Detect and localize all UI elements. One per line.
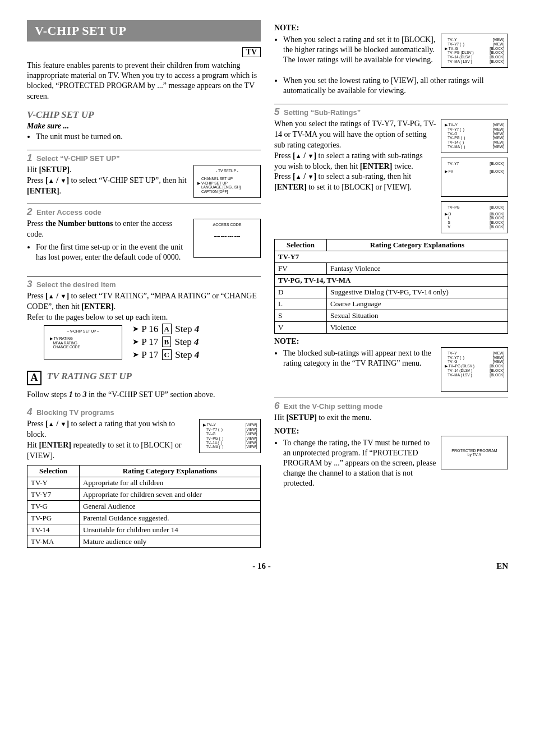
arrow-right-icon [132,336,139,347]
arrow-right-icon [132,349,139,360]
section-a-label: A [27,371,41,385]
note1-bullet1: When you select a rating and set it to [… [283,35,436,66]
footer-lang: EN [496,561,508,571]
step1-osd: - TV SETUP - CHANNEL SET UP ▶V-CHIP SET … [193,165,261,198]
step1-body: Hit [SETUP]. Press [ / ] to select “V-CH… [27,165,189,197]
step2-body: Press the Number buttons to enter the ac… [27,219,189,270]
step5-num: 5 [274,107,279,117]
note-heading: NOTE: [274,24,508,33]
note1-osd: TV–Y[VIEW] TV–Y7 ( )[VIEW] ▶ TV–G[BLOCK]… [441,34,508,68]
note2-heading: NOTE: [274,337,508,346]
down-arrow-icon [308,151,314,160]
step4-num: 4 [27,407,32,417]
step4-body: Press [ / ] to select a rating that you … [27,419,195,462]
step5-osd3: TV–PG[BLOCK] ▶ D[BLOCK] L[BLOCK] S[BLOCK… [441,201,508,233]
step5-osd1: ▶ TV–Y[VIEW] TV–Y7 ( )[VIEW] TV–G[VIEW] … [441,119,508,153]
tv-badge: TV [242,47,261,57]
arrow-right-icon [132,324,139,334]
note2-osd: TV–Y[VIEW] TV–Y7 ( )[VIEW] TV–G[VIEW] ▶ … [441,347,508,392]
step4-title: Blocking TV programs [36,408,114,417]
section-a-title: TV RATING SET UP [47,371,132,381]
note2-bullet: The blocked sub-ratings will appear next… [283,348,436,368]
step3-refs: P 16 A Step 4 P 17 B Step 4 P 17 C Step … [132,323,199,362]
step5-body: When you select the ratings of TV-Y7, TV… [274,119,436,193]
step6-note-heading: NOTE: [274,427,508,436]
step5-osd2: TV–Y7[BLOCK] ▶ FV[BLOCK] [441,158,508,197]
make-sure-heading: Make sure ... [27,122,261,131]
step6-line1: Hit [SETUP] to exit the menu. [274,413,508,423]
rating-table-1: SelectionRating Category Explanations TV… [27,465,261,548]
up-arrow-icon [48,420,54,428]
step3-num: 3 [27,279,32,289]
step6-title: Exit the V-Chip setting mode [284,402,382,411]
step4-osd: ▶ TV–Y[VIEW] TV–Y7 ( )[VIEW] TV–G[VIEW] … [199,419,261,453]
page-number: - 16 - [252,561,271,571]
down-arrow-icon [308,172,314,181]
make-sure-item: The unit must be turned on. [36,132,261,142]
vchip-heading: V-CHIP SET UP [27,109,261,121]
step2-title: Enter Access code [36,208,102,216]
up-arrow-icon [48,292,54,300]
section-banner: V-CHIP SET UP [27,20,261,42]
intro-text: This feature enables parents to prevent … [27,61,261,102]
step1-num: 1 [27,153,32,163]
step2-num: 2 [27,206,32,217]
down-arrow-icon [61,292,67,300]
section-a-follow: Follow steps 1 to 3 in the “V-CHIP SET U… [27,390,261,400]
step5-title: Setting “Sub-Ratings” [284,108,361,117]
step3-body: Press [ / ] to select “TV RATING”, “MPAA… [27,291,261,323]
note1-bullet2: When you set the lowest rating to [VIEW]… [283,76,508,96]
step3-osd: – V-CHIP SET UP – ▶ TV RATING MPAA RATIN… [44,325,122,359]
rating-table-2: SelectionRating Category Explanations TV… [274,239,508,334]
step6-bullet: To change the rating, the TV must be tur… [283,438,436,489]
down-arrow-icon [61,420,67,428]
step6-num: 6 [274,400,279,411]
up-arrow-icon [296,172,302,181]
up-arrow-icon [48,176,54,185]
protected-program-osd: PROTECTED PROGRAM by TV-Y [441,436,508,469]
step3-title: Select the desired item [36,280,116,289]
up-arrow-icon [296,151,302,160]
step2-osd: ACCESS CODE [193,219,261,258]
down-arrow-icon [61,176,67,185]
step1-title: Select “V-CHIP SET UP” [36,154,120,163]
